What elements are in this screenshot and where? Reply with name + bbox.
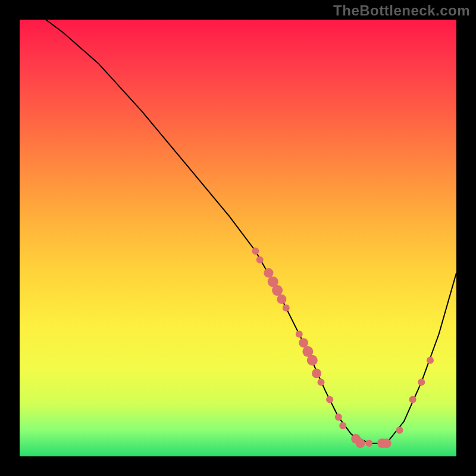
data-point — [318, 378, 325, 386]
data-point — [272, 285, 283, 296]
data-point — [382, 439, 392, 448]
data-point — [335, 414, 342, 421]
data-point — [339, 422, 346, 430]
data-point — [264, 268, 273, 278]
chart-svg — [20, 20, 456, 456]
curve-line — [46, 20, 456, 443]
data-point — [326, 396, 333, 403]
data-point — [277, 295, 286, 304]
data-point — [307, 355, 318, 366]
data-point — [252, 248, 259, 255]
data-point — [296, 331, 303, 338]
data-point — [312, 369, 321, 378]
data-point — [365, 440, 372, 447]
data-point — [427, 357, 434, 364]
data-point — [299, 338, 308, 347]
scatter-dots — [252, 248, 434, 448]
data-point — [256, 256, 264, 264]
chart-frame: TheBottleneck.com — [0, 0, 476, 476]
watermark-text: TheBottleneck.com — [333, 2, 470, 19]
data-point — [418, 378, 425, 386]
data-point — [356, 439, 365, 448]
data-point — [283, 304, 290, 311]
data-point — [409, 396, 416, 403]
data-point — [396, 427, 403, 434]
plot-area — [20, 20, 456, 456]
